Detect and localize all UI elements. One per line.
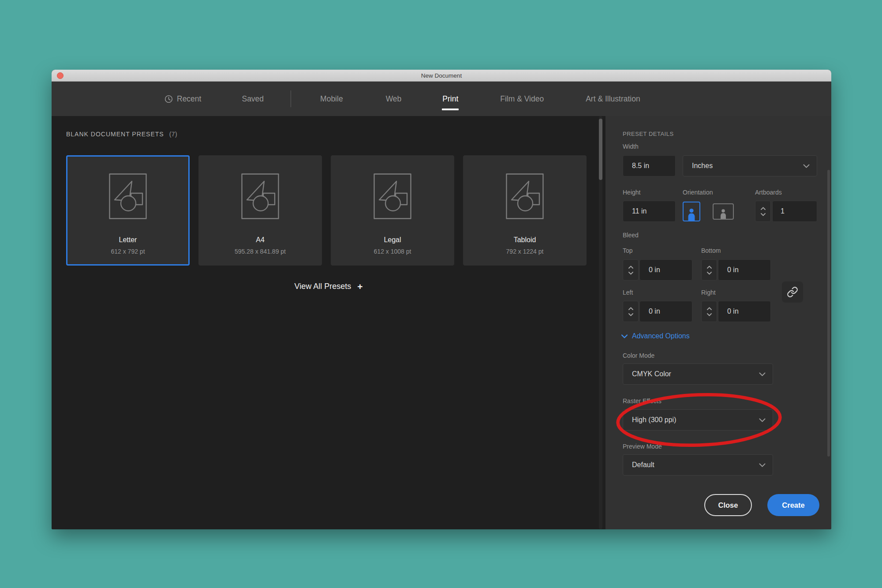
link-icon: [787, 286, 798, 298]
stepper-down-button[interactable]: [707, 313, 712, 316]
blank-document-icon: [241, 173, 279, 221]
bleed-label: Bleed: [623, 232, 639, 239]
landscape-person-icon: [719, 208, 727, 219]
view-all-presets-link[interactable]: View All Presets +: [52, 282, 605, 291]
presets-count: (7): [169, 131, 178, 138]
panel-title: PRESET DETAILS: [623, 131, 674, 137]
stepper-down-button[interactable]: [707, 272, 712, 275]
width-input[interactable]: 8.5 in: [623, 155, 676, 176]
tab-label: Recent: [177, 94, 201, 104]
bleed-right-label: Right: [701, 289, 716, 296]
panel-scrollbar-thumb[interactable]: [827, 170, 830, 457]
preset-name: Legal: [384, 236, 401, 244]
left-scrollbar-thumb[interactable]: [599, 119, 602, 180]
stepper-down-button[interactable]: [628, 313, 633, 316]
blank-document-icon: [506, 173, 544, 221]
clock-icon: [164, 95, 173, 103]
chevron-down-icon: [759, 372, 766, 376]
preset-dimensions: 792 x 1224 pt: [506, 248, 544, 255]
preview-mode-label: Preview Mode: [623, 443, 662, 450]
preset-name: Tabloid: [514, 236, 536, 244]
tab-mobile[interactable]: Mobile: [320, 94, 343, 104]
stepper-down-button[interactable]: [761, 213, 766, 216]
tab-print[interactable]: Print: [442, 94, 458, 104]
bleed-top-input[interactable]: 0 in: [639, 259, 692, 281]
preset-dimensions: 612 x 792 pt: [111, 248, 145, 255]
bleed-bottom-stepper: [701, 259, 717, 281]
artboards-input[interactable]: 1: [772, 201, 817, 222]
new-document-dialog: New Document Recent Saved Mobile Web Pri…: [52, 70, 831, 529]
bleed-right-input[interactable]: 0 in: [718, 301, 771, 322]
preset-card-legal[interactable]: Legal 612 x 1008 pt: [331, 155, 454, 266]
close-window-button[interactable]: [57, 72, 64, 79]
stepper-down-button[interactable]: [628, 272, 633, 275]
chevron-down-icon: [759, 418, 766, 422]
preview-mode-dropdown[interactable]: Default: [623, 454, 773, 476]
tab-recent[interactable]: Recent: [164, 94, 201, 104]
preset-cards-row: Letter 612 x 792 pt A4 595.28 x 841: [66, 155, 587, 266]
close-button[interactable]: Close: [704, 494, 752, 516]
window-titlebar: New Document: [52, 70, 831, 82]
color-mode-dropdown[interactable]: CMYK Color: [623, 363, 773, 385]
chevron-down-icon: [621, 334, 628, 338]
raster-effects-dropdown[interactable]: High (300 ppi): [623, 409, 773, 431]
preset-name: A4: [256, 236, 265, 244]
stepper-up-button[interactable]: [707, 266, 712, 269]
tab-saved[interactable]: Saved: [242, 94, 264, 104]
width-label: Width: [623, 143, 639, 150]
chevron-down-icon: [803, 164, 810, 168]
stepper-up-button[interactable]: [628, 266, 633, 269]
bleed-link-values-button[interactable]: [782, 281, 803, 303]
preset-name: Letter: [119, 236, 137, 244]
preset-card-a4[interactable]: A4 595.28 x 841.89 pt: [198, 155, 322, 266]
plus-icon: +: [357, 282, 363, 291]
height-input[interactable]: 11 in: [623, 201, 676, 222]
chevron-down-icon: [759, 463, 766, 467]
orientation-landscape-button[interactable]: [713, 203, 734, 220]
preset-details-panel: PRESET DETAILS Width 8.5 in Inches Heigh…: [605, 116, 831, 529]
units-dropdown[interactable]: Inches: [683, 155, 817, 176]
artboards-label: Artboards: [755, 189, 782, 196]
preset-card-letter[interactable]: Letter 612 x 792 pt: [66, 155, 190, 266]
artboards-stepper: [755, 201, 771, 222]
orientation-portrait-button[interactable]: [683, 202, 700, 221]
bleed-top-label: Top: [623, 247, 633, 254]
bleed-bottom-label: Bottom: [701, 247, 721, 254]
stepper-up-button[interactable]: [707, 307, 712, 310]
stepper-up-button[interactable]: [628, 307, 633, 310]
preset-dimensions: 595.28 x 841.89 pt: [235, 248, 286, 255]
tab-film-video[interactable]: Film & Video: [500, 94, 544, 104]
presets-area: BLANK DOCUMENT PRESETS(7) Letter 612 x: [52, 116, 605, 529]
raster-effects-label: Raster Effects: [623, 397, 662, 404]
category-tabbar: Recent Saved Mobile Web Print Film & Vid…: [52, 82, 831, 116]
tab-art-illustration[interactable]: Art & Illustration: [586, 94, 640, 104]
orientation-label: Orientation: [683, 189, 713, 196]
height-label: Height: [623, 189, 640, 196]
preset-card-tabloid[interactable]: Tabloid 792 x 1224 pt: [463, 155, 587, 266]
preset-dimensions: 612 x 1008 pt: [374, 248, 411, 255]
bleed-left-input[interactable]: 0 in: [639, 301, 692, 322]
blank-document-icon: [374, 173, 411, 221]
portrait-person-icon: [687, 207, 696, 221]
tab-divider: [291, 90, 291, 107]
stepper-up-button[interactable]: [761, 207, 766, 210]
blank-document-icon: [109, 173, 147, 221]
bleed-bottom-input[interactable]: 0 in: [718, 259, 771, 281]
create-button[interactable]: Create: [767, 494, 819, 516]
bleed-right-stepper: [701, 301, 717, 322]
presets-section-title: BLANK DOCUMENT PRESETS(7): [66, 131, 177, 138]
bleed-top-stepper: [623, 259, 639, 281]
window-title: New Document: [421, 72, 462, 79]
bleed-left-label: Left: [623, 289, 633, 296]
bleed-left-stepper: [623, 301, 639, 322]
color-mode-label: Color Mode: [623, 352, 654, 359]
tab-web[interactable]: Web: [386, 94, 402, 104]
advanced-options-toggle[interactable]: Advanced Options: [621, 332, 690, 340]
